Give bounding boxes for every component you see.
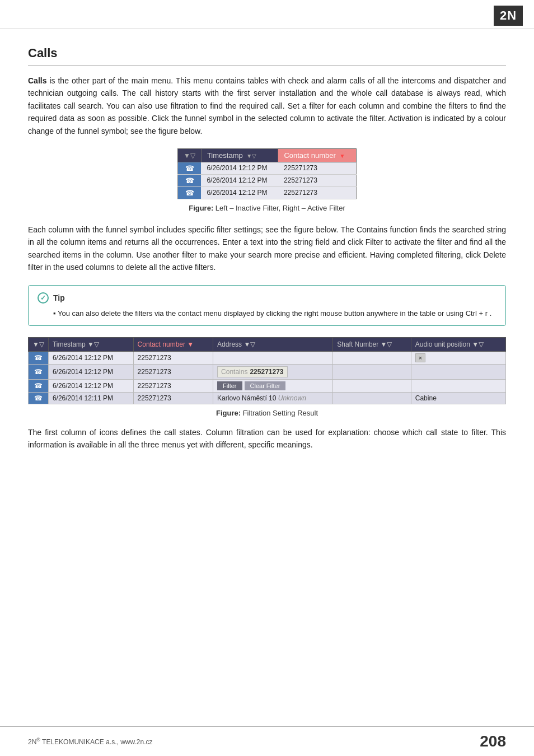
tip-box: ✓ Tip You can also delete the filters vi… bbox=[28, 285, 506, 326]
footer: 2N® TELEKOMUNIKACE a.s., www.2n.cz 208 bbox=[0, 726, 534, 756]
logo: 2N bbox=[494, 6, 523, 26]
figure1-caption: Figure: Left – Inactive Filter, Right – … bbox=[189, 204, 345, 212]
figure2-row3: ☎ 6/26/2014 12:12 PM 225271273 Filter Cl… bbox=[29, 380, 506, 393]
x-button[interactable]: × bbox=[415, 353, 425, 362]
footer-copyright: 2N® TELEKOMUNIKACE a.s., www.2n.cz bbox=[28, 737, 153, 746]
figure2-row4-shaft bbox=[333, 393, 411, 404]
figure2-th-timestamp: Timestamp ▼▽ bbox=[48, 338, 133, 352]
tip-checkmark-icon: ✓ bbox=[38, 292, 49, 304]
clear-filter-button[interactable]: Clear Filter bbox=[245, 381, 286, 390]
figure2-row2-shaft bbox=[333, 365, 411, 380]
figure1-row3-contact: 225271273 bbox=[278, 186, 357, 199]
top-bar: 2N bbox=[0, 0, 534, 29]
footer-reg: ® bbox=[36, 737, 40, 743]
figure1-row2-contact: 225271273 bbox=[278, 174, 357, 186]
figure1-col-icon: ▼▽ bbox=[178, 148, 202, 162]
figure2-th-icon: ▼▽ bbox=[29, 338, 49, 352]
figure2-row3-icon: ☎ bbox=[29, 380, 49, 393]
figure2-th-contact: Contact number ▼ bbox=[133, 338, 213, 352]
figure2-row1-icon: ☎ bbox=[29, 352, 49, 365]
tip-content: You can also delete the filters via the … bbox=[38, 308, 496, 319]
figure2-row2-timestamp: 6/26/2014 12:12 PM bbox=[48, 365, 133, 380]
figure2-row2-address: Contains 225271273 bbox=[213, 365, 333, 380]
figure1-caption-bold: Figure: bbox=[189, 204, 213, 212]
figure2-th-audio: Audio unit position ▼▽ bbox=[411, 338, 505, 352]
figure2-th-address: Address ▼▽ bbox=[213, 338, 333, 352]
figure2-caption-bold: Figure: bbox=[216, 409, 241, 417]
tip-header: ✓ Tip bbox=[38, 292, 496, 304]
figure2-row4: ☎ 6/26/2014 12:11 PM 225271273 Karlovo N… bbox=[29, 393, 506, 404]
figure2-row1-timestamp: 6/26/2014 12:12 PM bbox=[48, 352, 133, 365]
figure1-table: ▼▽ Timestamp ▼▽ Contact number ▼ ☎ 6/26/… bbox=[177, 148, 357, 199]
figure2-table: ▼▽ Timestamp ▼▽ Contact number ▼ Address… bbox=[28, 337, 506, 404]
body-text3: The first column of icons defines the ca… bbox=[28, 426, 506, 451]
figure1-row2-timestamp: 6/26/2014 12:12 PM bbox=[201, 174, 278, 186]
figure1-row1-contact: 225271273 bbox=[278, 162, 357, 174]
figure2-caption: Figure: Filtration Setting Result bbox=[28, 409, 506, 417]
figure2-row3-contact: 225271273 bbox=[133, 380, 213, 393]
intro-body: is the other part of the main menu. This… bbox=[28, 76, 506, 136]
figure2-row1-contact: 225271273 bbox=[133, 352, 213, 365]
unknown-text: Unknown bbox=[278, 394, 306, 402]
figure1-row2: ☎ 6/26/2014 12:12 PM 225271273 bbox=[178, 174, 357, 186]
figure1-container: ▼▽ Timestamp ▼▽ Contact number ▼ ☎ 6/26/… bbox=[28, 148, 506, 212]
contains-label: Contains bbox=[221, 368, 247, 376]
figure2-row4-icon: ☎ bbox=[29, 393, 49, 404]
figure1-row2-icon: ☎ bbox=[178, 174, 202, 186]
figure1-row1-icon: ☎ bbox=[178, 162, 202, 174]
main-content: Calls Calls is the other part of the mai… bbox=[0, 29, 534, 477]
figure2-row3-address: Filter Clear Filter bbox=[213, 380, 333, 393]
figure1-row3: ☎ 6/26/2014 12:12 PM 225271273 bbox=[178, 186, 357, 199]
figure2-row1-address bbox=[213, 352, 333, 365]
figure2-row3-shaft bbox=[333, 380, 411, 393]
footer-company: TELEKOMUNIKACE a.s., www.2n.cz bbox=[40, 738, 153, 746]
figure1-caption-text: Left – Inactive Filter, Right – Active F… bbox=[213, 204, 345, 212]
figure2-row4-audio: Cabine bbox=[411, 393, 505, 404]
filter-button[interactable]: Filter bbox=[217, 381, 242, 390]
figure2-header-row: ▼▽ Timestamp ▼▽ Contact number ▼ Address… bbox=[29, 338, 506, 352]
body-text2: Each column with the funnel symbol inclu… bbox=[28, 223, 506, 274]
figure2-th-shaft: Shaft Number ▼▽ bbox=[333, 338, 411, 352]
figure2-row3-audio bbox=[411, 380, 505, 393]
figure1-row3-timestamp: 6/26/2014 12:12 PM bbox=[201, 186, 278, 199]
intro-paragraph: Calls is the other part of the main menu… bbox=[28, 74, 506, 137]
figure2-caption-text: Filtration Setting Result bbox=[241, 409, 318, 417]
figure2-section: ▼▽ Timestamp ▼▽ Contact number ▼ Address… bbox=[28, 337, 506, 417]
figure2-row4-contact: 225271273 bbox=[133, 393, 213, 404]
contains-value: 225271273 bbox=[250, 368, 283, 376]
figure2-row2-icon: ☎ bbox=[29, 365, 49, 380]
figure2-row2: ☎ 6/26/2014 12:12 PM 225271273 Contains … bbox=[29, 365, 506, 380]
figure2-row3-timestamp: 6/26/2014 12:12 PM bbox=[48, 380, 133, 393]
figure1-header-row: ▼▽ Timestamp ▼▽ Contact number ▼ bbox=[178, 148, 357, 162]
figure2-row1: ☎ 6/26/2014 12:12 PM 225271273 × bbox=[29, 352, 506, 365]
figure1-row1: ☎ 6/26/2014 12:12 PM 225271273 bbox=[178, 162, 357, 174]
figure2-row4-timestamp: 6/26/2014 12:11 PM bbox=[48, 393, 133, 404]
intro-bold: Calls bbox=[28, 76, 46, 85]
footer-brand: 2N bbox=[28, 738, 36, 746]
figure2-row2-contact: 225271273 bbox=[133, 365, 213, 380]
figure2-row4-address: Karlovo Náměstí 10 Unknown bbox=[213, 393, 333, 404]
figure2-row1-shaft bbox=[333, 352, 411, 365]
figure1-row3-icon: ☎ bbox=[178, 186, 202, 199]
figure2-row1-audio: × bbox=[411, 352, 505, 365]
figure1-col-timestamp: Timestamp ▼▽ bbox=[201, 148, 278, 162]
page-title: Calls bbox=[28, 46, 506, 66]
footer-page-number: 208 bbox=[480, 732, 506, 750]
figure1-col-contact: Contact number ▼ bbox=[278, 148, 357, 162]
figure2-row2-audio bbox=[411, 365, 505, 380]
figure1-row1-timestamp: 6/26/2014 12:12 PM bbox=[201, 162, 278, 174]
tip-label: Tip bbox=[53, 293, 65, 302]
